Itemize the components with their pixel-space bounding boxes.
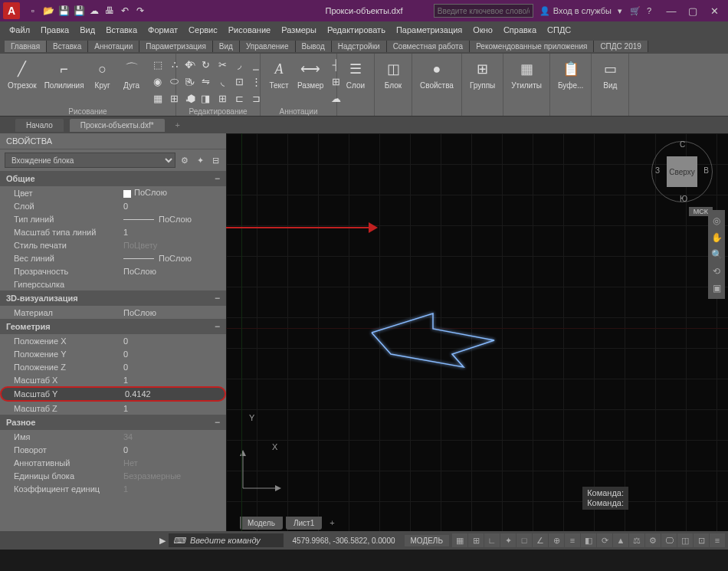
ribbon-tab[interactable]: Вид [213,41,240,52]
ribbon-tab[interactable]: СПДС 2019 [594,41,648,52]
property-value[interactable]: 34 [119,432,226,441]
grid-toggle[interactable]: ▦ [452,533,467,547]
property-row[interactable]: Масштаб X1 [0,373,226,386]
ws-toggle[interactable]: ⚙ [645,533,661,547]
viewcube[interactable]: Сверху С Ю В З [651,141,713,202]
text-tool[interactable]: AТекст [265,57,293,106]
property-value[interactable]: 0 [119,363,226,372]
clean-toggle[interactable]: ⊡ [694,533,709,547]
tab-file[interactable]: Прокси-объекты.dxf* [70,119,165,132]
property-value[interactable]: ПоСлою [119,254,226,263]
ribbon-tab[interactable]: Главная [5,41,47,52]
save-icon[interactable]: 💾 [57,4,71,18]
selection-dropdown[interactable]: Вхождение блока [5,153,175,168]
array-icon[interactable]: ⊞ [215,90,230,106]
model-space-button[interactable]: МОДЕЛЬ [405,535,449,546]
mirror-icon[interactable]: ⇋ [198,74,213,89]
property-value[interactable]: 0 [119,349,226,359]
tool-icon[interactable]: ◉ [150,74,166,89]
pick-icon[interactable]: ✦ [194,154,206,166]
property-value[interactable]: 0 [119,336,226,346]
pan-icon[interactable]: ✋ [710,230,723,245]
anno-toggle[interactable]: ▲ [613,533,628,547]
tab-start[interactable]: Начало [15,119,64,132]
property-row[interactable]: Вес линийПоСлою [0,251,226,264]
ribbon-tab[interactable]: Надстройки [332,41,387,52]
osnap-toggle[interactable]: □ [516,533,532,547]
property-value[interactable]: 1 [119,484,226,494]
property-row[interactable]: ЦветПоСлою [0,186,226,199]
ribbon-tab[interactable]: Совместная работа [387,41,471,52]
cloud-icon[interactable]: ☁ [87,4,101,18]
customize-icon[interactable]: ≡ [710,533,725,547]
lwt-toggle[interactable]: ≡ [565,533,580,547]
menu-Размеры[interactable]: Размеры [277,24,321,36]
menu-Сервис[interactable]: Сервис [184,24,222,36]
property-row[interactable]: Положение Y0 [0,347,226,360]
property-row[interactable]: Слой0 [0,199,226,212]
tab-sheet1[interactable]: Лист1 [286,517,322,530]
monitor-toggle[interactable]: 🖵 [661,533,677,547]
property-row[interactable]: Имя34 [0,430,226,443]
property-value[interactable]: 0 [119,445,226,455]
tool-icon[interactable]: ⬚ [150,57,166,72]
redo-icon[interactable]: ↷ [133,4,147,18]
maximize-button[interactable]: ▢ [682,2,703,20]
close-button[interactable]: ✕ [703,2,725,20]
drawing-canvas[interactable]: Сверху С Ю В З МСК ◎ ✋ 🔍 ⟲ ▣ Y X Команда… [226,133,728,531]
menu-Параметризация[interactable]: Параметризация [392,24,467,36]
cart-icon[interactable]: 🛒 [630,6,641,16]
wheel-icon[interactable]: ◎ [710,213,723,228]
property-value[interactable]: Безразмерные [119,471,226,481]
add-tab-icon[interactable]: + [171,120,185,130]
copy-icon[interactable]: ⎘ [181,74,196,89]
property-row[interactable]: Положение X0 [0,334,226,347]
utilities-button[interactable]: ▦Утилиты [508,57,545,91]
menu-Вид[interactable]: Вид [75,24,100,36]
property-row[interactable]: Положение Z0 [0,360,226,373]
line-tool[interactable]: ╱Отрезок [5,57,40,106]
property-value[interactable]: 1 [119,376,226,385]
menu-Формат[interactable]: Формат [143,24,182,36]
cmd-icon[interactable]: ▶ [159,536,166,546]
menu-Окно[interactable]: Окно [468,24,497,36]
dyn-toggle[interactable]: ⊕ [549,533,564,547]
property-row[interactable]: ПрозрачностьПоСлою [0,264,226,277]
viewcube-top[interactable]: Сверху [667,156,697,187]
menu-СПДС[interactable]: СПДС [543,24,576,36]
block-button[interactable]: ◫Блок [379,57,407,91]
print-icon[interactable]: 🖶 [103,4,116,18]
stretch-icon[interactable]: ⤢ [181,90,196,106]
block-shape[interactable] [364,310,517,380]
fillet-icon[interactable]: ◟ [215,74,230,89]
dimension-tool[interactable]: ⟷Размер [294,57,326,106]
property-row[interactable]: Масштаб Y0.4142 [0,386,226,402]
property-row[interactable]: Стиль печатиПоЦвету [0,238,226,251]
clipboard-button[interactable]: 📋Буфе... [555,57,586,91]
section-vis3d[interactable]: 3D-визуализация− [0,290,226,306]
command-input[interactable]: ⌨Введите команду [169,533,284,547]
undo-icon[interactable]: ↶ [118,4,132,18]
scale-icon[interactable]: ◨ [198,90,213,106]
property-row[interactable]: Коэффициент единиц1 [0,482,226,495]
tool-icon[interactable]: ⊏ [231,90,247,106]
user-icon[interactable]: 👤 [539,6,550,16]
move-icon[interactable]: ✥ [181,57,196,72]
properties-button[interactable]: ●Свойства [417,57,457,91]
transparency-toggle[interactable]: ◧ [581,533,596,547]
quick-select-icon[interactable]: ⚙ [179,154,191,166]
property-row[interactable]: АннотативныйНет [0,456,226,469]
rotate-icon[interactable]: ↻ [198,57,213,72]
ortho-toggle[interactable]: ∟ [484,533,500,547]
ribbon-tab[interactable]: Вывод [296,41,332,52]
scale-toggle[interactable]: ⚖ [629,533,644,547]
layers-button[interactable]: ☰Слои [342,57,369,91]
login-link[interactable]: Вход в службы [553,6,612,15]
section-general[interactable]: Общие− [0,171,226,186]
section-misc[interactable]: Разное− [0,415,226,430]
filter-icon[interactable]: ⊟ [209,154,221,166]
orbit-icon[interactable]: ⟲ [710,264,723,279]
polyline-tool[interactable]: ⌐Полилиния [41,57,87,106]
property-row[interactable]: Единицы блокаБезразмерные [0,469,226,482]
property-value[interactable]: ПоЦвету [119,241,226,250]
